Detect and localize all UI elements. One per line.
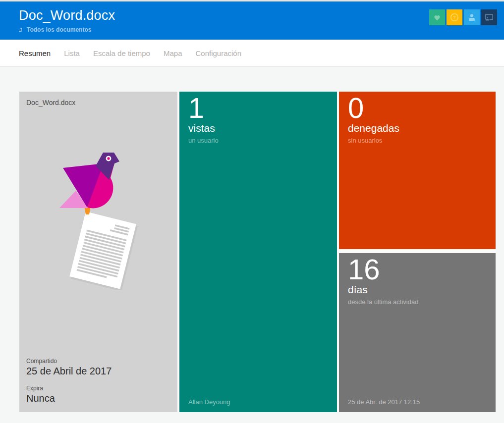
tab-bar: Resumen Lista Escala de tiempo Mapa Conf… bbox=[0, 40, 504, 67]
views-footer-user: Allan Deyoung bbox=[188, 398, 230, 406]
views-tile[interactable]: 1 vistas un usuario Allan Deyoung bbox=[179, 92, 337, 412]
app-header: Doc_Word.docx Todos los documentos ? bbox=[0, 1, 504, 40]
breadcrumb[interactable]: Todos los documentos bbox=[19, 26, 91, 33]
question-icon: ? bbox=[448, 11, 460, 23]
views-count: 1 bbox=[188, 93, 204, 123]
days-sublabel: desde la última actividad bbox=[348, 298, 418, 306]
denied-count: 0 bbox=[348, 93, 364, 123]
share-screen-icon-button[interactable] bbox=[481, 9, 497, 25]
days-label: días bbox=[348, 284, 368, 296]
tab-lista[interactable]: Lista bbox=[64, 49, 80, 57]
views-sublabel: un usuario bbox=[188, 137, 219, 144]
up-arrow-icon bbox=[19, 27, 24, 33]
tab-resumen[interactable]: Resumen bbox=[19, 49, 51, 57]
last-activity-date: 25 de Abr. de 2017 12:15 bbox=[348, 398, 420, 406]
contacts-button[interactable] bbox=[464, 9, 480, 25]
shared-label: Compartido bbox=[26, 358, 112, 365]
document-name: Doc_Word.docx bbox=[26, 99, 75, 106]
page-title: Doc_Word.docx bbox=[19, 8, 115, 23]
denied-tile[interactable]: 0 denegadas sin usuarios bbox=[339, 92, 496, 249]
denied-label: denegadas bbox=[348, 122, 399, 134]
person-icon bbox=[466, 12, 477, 23]
tab-mapa[interactable]: Mapa bbox=[164, 49, 182, 57]
expires-value: Nunca bbox=[26, 393, 112, 404]
tab-configuracion[interactable]: Configuración bbox=[196, 49, 242, 57]
tab-escala-de-tiempo[interactable]: Escala de tiempo bbox=[93, 49, 150, 57]
expires-label: Expira bbox=[26, 385, 112, 392]
denied-sublabel: sin usuarios bbox=[348, 137, 382, 144]
header-icon-bar: ? bbox=[429, 9, 497, 25]
help-button[interactable]: ? bbox=[447, 9, 462, 25]
days-since-activity-tile[interactable]: 16 días desde la última actividad 25 de … bbox=[339, 253, 496, 412]
document-meta: Compartido 25 de Abril de 2017 Expira Nu… bbox=[26, 358, 112, 404]
svg-text:?: ? bbox=[453, 14, 456, 20]
document-tile[interactable]: Doc_Word.docx bbox=[19, 92, 177, 412]
heart-icon bbox=[432, 12, 443, 23]
shared-date: 25 de Abril de 2017 bbox=[26, 366, 112, 377]
days-count: 16 bbox=[348, 254, 380, 285]
breadcrumb-label: Todos los documentos bbox=[27, 26, 91, 33]
present-screen-icon bbox=[483, 11, 495, 23]
tiles-grid: Doc_Word.docx bbox=[19, 92, 496, 412]
views-label: vistas bbox=[188, 122, 215, 134]
origami-bird-on-paper-illustration bbox=[49, 141, 168, 292]
favorite-button[interactable] bbox=[429, 9, 445, 25]
